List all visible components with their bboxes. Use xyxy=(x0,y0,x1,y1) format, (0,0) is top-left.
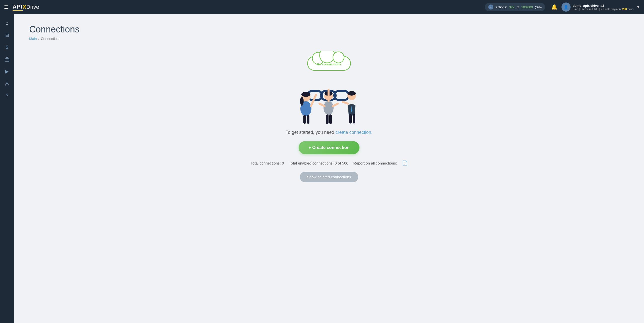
svg-point-13 xyxy=(300,97,304,106)
svg-point-12 xyxy=(301,92,310,97)
breadcrumb: Main / Connections xyxy=(29,37,629,41)
enabled-connections-label: Total enabled connections: 0 of 500 xyxy=(289,161,348,165)
svg-point-5 xyxy=(333,52,344,63)
svg-rect-14 xyxy=(303,115,306,124)
total-connections-label: Total connections: 0 xyxy=(251,161,284,165)
main-content: Connections Main / Connections No connec… xyxy=(14,14,644,323)
show-deleted-button[interactable]: Show deleted connections xyxy=(300,172,358,182)
user-plan: Plan | Premium PRO | left until payment … xyxy=(573,8,633,11)
svg-point-4 xyxy=(320,51,335,63)
user-info: demo_apix-drive_s3 Plan | Premium PRO | … xyxy=(573,4,633,11)
actions-total: 100'000 xyxy=(521,5,533,9)
app-body: ⌂ ⊞ $ ▶ ? Connections Main / Connections xyxy=(0,14,644,323)
logo: APIXDrive xyxy=(13,4,39,11)
report-label: Report on all connections: xyxy=(353,161,397,165)
sidebar-item-connections[interactable]: ⊞ xyxy=(2,30,12,40)
stats-row: Total connections: 0 Total enabled conne… xyxy=(251,160,408,166)
logo-x-text: X xyxy=(23,4,26,10)
top-navigation: ☰ APIXDrive i Actions: 322 of 100'000 (0… xyxy=(0,0,644,14)
sidebar-item-billing[interactable]: $ xyxy=(2,42,12,52)
sidebar: ⌂ ⊞ $ ▶ ? xyxy=(0,14,14,323)
svg-rect-15 xyxy=(307,115,309,124)
chain-illustration xyxy=(284,65,374,125)
menu-icon[interactable]: ☰ xyxy=(4,4,9,10)
sidebar-item-home[interactable]: ⌂ xyxy=(2,18,12,28)
svg-rect-20 xyxy=(329,114,332,124)
bell-icon[interactable]: 🔔 xyxy=(551,4,557,10)
actions-badge: i Actions: 322 of 100'000 (0%) xyxy=(485,3,545,11)
create-connection-button[interactable]: + Create connection xyxy=(299,141,360,154)
breadcrumb-current: Connections xyxy=(41,37,60,41)
actions-of: of xyxy=(516,5,519,9)
chevron-down-icon: ▼ xyxy=(636,5,640,9)
svg-point-1 xyxy=(6,82,8,84)
actions-label: Actions: xyxy=(495,5,507,9)
svg-rect-24 xyxy=(349,114,352,124)
create-connection-link[interactable]: create connection. xyxy=(336,130,373,135)
sidebar-item-youtube[interactable]: ▶ xyxy=(2,66,12,76)
logo-api-text: API xyxy=(13,4,23,11)
empty-state: No connections xyxy=(29,51,629,182)
user-section[interactable]: 👤 demo_apix-drive_s3 Plan | Premium PRO … xyxy=(561,3,640,12)
logo-drive-text: Drive xyxy=(26,4,39,10)
illustration-container: No connections xyxy=(284,51,374,124)
page-title: Connections xyxy=(29,24,629,35)
actions-current: 322 xyxy=(509,5,514,9)
user-name: demo_apix-drive_s3 xyxy=(573,4,633,8)
sidebar-item-profile[interactable] xyxy=(2,78,12,89)
svg-rect-19 xyxy=(326,114,329,124)
actions-percent: (0%) xyxy=(535,5,542,9)
svg-rect-0 xyxy=(5,59,9,61)
svg-point-23 xyxy=(348,91,356,96)
cta-text: To get started, you need create connecti… xyxy=(286,130,372,135)
sidebar-item-briefcase[interactable] xyxy=(2,54,12,64)
sidebar-item-help[interactable]: ? xyxy=(2,91,12,101)
svg-point-16 xyxy=(324,101,334,115)
avatar: 👤 xyxy=(561,3,571,12)
info-icon: i xyxy=(488,5,493,10)
report-icon[interactable]: 📄 xyxy=(402,160,408,166)
svg-rect-25 xyxy=(353,114,355,124)
breadcrumb-separator: / xyxy=(38,37,39,41)
breadcrumb-main-link[interactable]: Main xyxy=(29,37,37,41)
